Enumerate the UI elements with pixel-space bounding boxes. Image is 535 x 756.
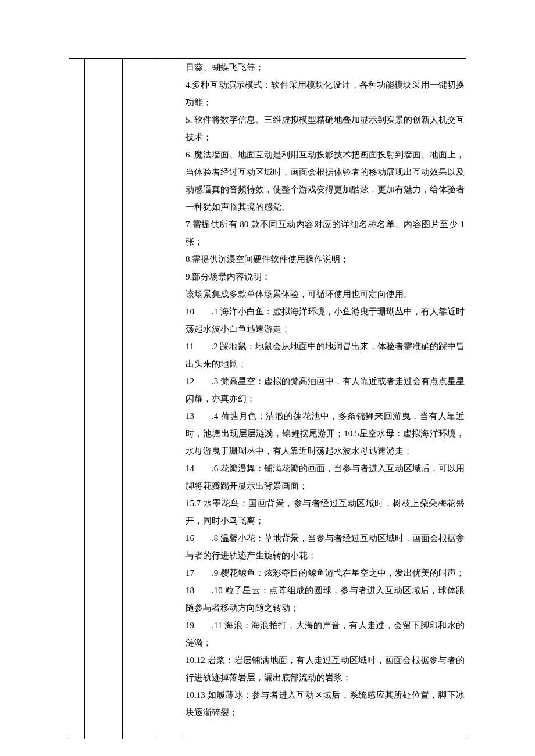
spec-line: 10.12 岩浆：岩层铺满地面，有人走过互动区域时，画面会根据参与者的行进轨迹掉… [186,651,465,686]
cell-name [85,59,123,739]
spec-line: 18 .10 粒子星云：点阵组成的圆球，参与者进入互动区域后，球体跟随参与者移动… [186,582,465,617]
spec-line: 10.13 如履薄冰：参与者进入互动区域后，系统感应其所处位置，脚下冰块逐渐碎裂… [186,686,465,721]
spec-line: 16 .8 温馨小花：草地背景，当参与者经过互动区域时，画面会根据参与者的行进轨… [186,529,465,564]
spec-line [186,721,465,739]
spec-line: 9.部分场景内容说明： [186,268,465,285]
spec-line: 11 .2 踩地鼠：地鼠会从地面中的地洞冒出来，体验者需准确的踩中冒出头来的地鼠… [186,338,465,372]
spec-table: 日葵、蝴蝶飞飞等； 4.多种互动演示模式：软件采用模块化设计，各种功能模块采用一… [69,58,466,739]
spec-line: 7.需提供所有 80 款不同互动内容对应的详细名称名单、内容图片至少 1 张； [186,216,465,250]
spec-line: 13 .4 荷塘月色：清澈的莲花池中，多条锦鲤来回游曳，当有人靠近时，池塘出现层… [186,407,465,460]
cell-description: 日葵、蝴蝶飞飞等； 4.多种互动演示模式：软件采用模块化设计，各种功能模块采用一… [184,59,466,739]
spec-line: 15.7 水墨花鸟：国画背景，参与者经过互动区域时，树枝上朵朵梅花盛开，同时小鸟… [186,495,465,529]
cell-index [69,59,85,739]
spec-line: 12 .3 梵高星空：虚拟的梵高油画中，有人靠近或者走过会有点点星星闪耀，亦真亦… [186,372,465,407]
spec-line: 6. 魔法墙面、地面互动是利用互动投影技术把画面投射到墙面、地面上，当体验者经过… [186,146,465,216]
spec-line: 19 .11 海浪：海浪拍打，大海的声音，有人走过，会留下脚印和水的涟漪； [186,617,465,651]
spec-line: 14 .6 花瓣漫舞：铺满花瓣的画面，当参与者进入互动区域后，可以用脚将花瓣踢开… [186,460,465,495]
spec-line: 该场景集成多款单体场景体验，可循环使用也可定向使用。 [186,285,465,303]
spec-line: 17 .9 樱花鲸鱼：炫彩夺目的鲸鱼游弋在星空之中，发出优美的叫声； [186,564,465,582]
cell-qty [123,59,158,739]
spec-line: 4.多种互动演示模式：软件采用模块化设计，各种功能模块采用一键切换功能； [186,76,465,111]
spec-line: 8.需提供沉浸空间硬件软件使用操作说明； [186,250,465,268]
cell-unit [158,59,184,739]
spec-line: 5. 软件将数字信息、三维虚拟模型精确地叠加显示到实景的创新人机交互技术； [186,111,465,146]
spec-line: 日葵、蝴蝶飞飞等； [186,59,465,76]
spec-line: 10 .1 海洋小白鱼：虚拟海洋环境，小鱼游曳于珊瑚丛中，有人靠近时荡起水波小白… [186,303,465,338]
table-row: 日葵、蝴蝶飞飞等； 4.多种互动演示模式：软件采用模块化设计，各种功能模块采用一… [69,59,466,739]
